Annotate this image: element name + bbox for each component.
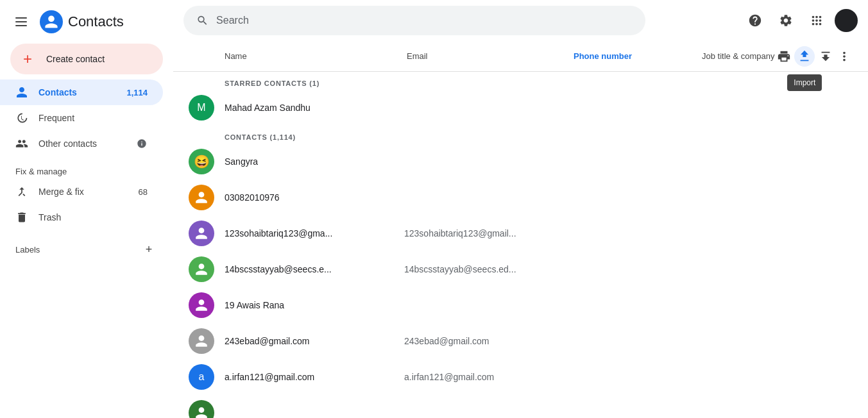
more-options-button[interactable] bbox=[837, 46, 853, 67]
sidebar: Contacts Create contact Contacts 1,114 F… bbox=[0, 0, 173, 418]
col-header-email: Email bbox=[407, 51, 574, 61]
trash-nav-label: Trash bbox=[38, 212, 148, 222]
apps-button[interactable] bbox=[804, 8, 830, 33]
table-row[interactable]: 😆 Sangyra bbox=[173, 144, 868, 180]
sidebar-header: Contacts bbox=[0, 5, 173, 41]
table-row[interactable] bbox=[173, 395, 868, 418]
contact-name: 03082010976 bbox=[225, 192, 404, 203]
search-bar[interactable] bbox=[183, 6, 645, 35]
person-icon bbox=[15, 86, 28, 99]
info-icon bbox=[136, 138, 148, 149]
search-input[interactable] bbox=[216, 15, 633, 26]
contact-email: a.irfan121@gmail.com bbox=[404, 372, 571, 382]
plus-icon bbox=[23, 51, 38, 67]
topbar bbox=[173, 0, 868, 41]
contact-email: 14bscsstayyab@seecs.ed... bbox=[404, 264, 571, 274]
sidebar-item-contacts[interactable]: Contacts 1,114 bbox=[0, 79, 163, 105]
contacts-nav-count: 1,114 bbox=[126, 88, 148, 97]
column-headers: Name Email Phone number Job title & comp… bbox=[173, 41, 868, 72]
merge-fix-nav-count: 68 bbox=[139, 187, 148, 197]
sidebar-item-merge-fix[interactable]: Merge & fix 68 bbox=[0, 179, 163, 205]
table-row[interactable]: M Mahad Azam Sandhu bbox=[173, 90, 868, 126]
contact-name: 123sohaibtariq123@gma... bbox=[225, 228, 404, 238]
contact-name: 243ebad@gmail.com bbox=[225, 336, 404, 346]
contact-email: 123sohaibtariq123@gmail... bbox=[404, 228, 571, 238]
col-header-phone: Phone number bbox=[574, 51, 702, 61]
merge-icon bbox=[15, 185, 28, 198]
avatar bbox=[189, 256, 214, 282]
frequent-nav-label: Frequent bbox=[38, 113, 148, 123]
app-logo[interactable]: Contacts bbox=[40, 10, 124, 33]
starred-section-label: STARRED CONTACTS (1) bbox=[173, 72, 868, 90]
table-row[interactable]: 14bscsstayyab@seecs.e... 14bscsstayyab@s… bbox=[173, 251, 868, 287]
search-icon bbox=[196, 14, 208, 27]
table-row[interactable]: 243ebad@gmail.com 243ebad@gmail.com bbox=[173, 323, 868, 359]
labels-section-header: Labels + bbox=[0, 230, 173, 261]
menu-icon[interactable] bbox=[10, 12, 32, 31]
contacts-section-label: CONTACTS (1,114) bbox=[173, 126, 868, 144]
table-row[interactable]: a a.irfan121@gmail.com a.irfan121@gmail.… bbox=[173, 359, 868, 395]
import-button[interactable] bbox=[794, 46, 815, 67]
avatar bbox=[189, 328, 214, 354]
app-logo-icon bbox=[40, 10, 63, 33]
avatar bbox=[189, 400, 214, 418]
app-name: Contacts bbox=[68, 13, 124, 30]
settings-button[interactable] bbox=[773, 8, 799, 33]
history-icon bbox=[15, 112, 28, 124]
col-header-job: Job title & company bbox=[702, 51, 776, 61]
col-header-name: Name bbox=[189, 51, 407, 61]
contact-name: 19 Awais Rana bbox=[225, 300, 404, 310]
table-row[interactable]: 19 Awais Rana bbox=[173, 287, 868, 323]
import-tooltip-text: Import bbox=[787, 74, 822, 91]
create-contact-button[interactable]: Create contact bbox=[10, 44, 163, 74]
print-button[interactable] bbox=[776, 46, 792, 67]
sidebar-item-frequent[interactable]: Frequent bbox=[0, 105, 163, 131]
topbar-actions bbox=[742, 8, 858, 33]
main-content: Name Email Phone number Job title & comp… bbox=[173, 0, 868, 418]
table-row[interactable]: 123sohaibtariq123@gma... 123sohaibtariq1… bbox=[173, 215, 868, 251]
contact-email: 243ebad@gmail.com bbox=[404, 336, 571, 346]
avatar: M bbox=[189, 95, 214, 121]
import-tooltip-container: Import bbox=[794, 46, 815, 67]
contact-name: 14bscsstayyab@seecs.e... bbox=[225, 264, 404, 274]
col-header-actions: Import bbox=[776, 46, 853, 67]
avatar: a bbox=[189, 364, 214, 390]
avatar bbox=[189, 185, 214, 210]
avatar bbox=[189, 292, 214, 318]
sidebar-item-trash[interactable]: Trash bbox=[0, 205, 163, 230]
contact-name: a.irfan121@gmail.com bbox=[225, 372, 404, 382]
sidebar-item-other-contacts[interactable]: Other contacts bbox=[0, 131, 163, 156]
add-label-button[interactable]: + bbox=[140, 240, 158, 258]
people-icon bbox=[15, 137, 28, 150]
create-contact-label: Create contact bbox=[46, 54, 105, 64]
avatar bbox=[189, 221, 214, 246]
contact-name: Mahad Azam Sandhu bbox=[225, 103, 404, 113]
labels-title: Labels bbox=[15, 245, 40, 255]
fix-manage-section-title: Fix & manage bbox=[0, 156, 173, 179]
other-contacts-nav-label: Other contacts bbox=[38, 138, 126, 149]
export-button[interactable] bbox=[817, 46, 833, 67]
help-button[interactable] bbox=[742, 8, 768, 33]
trash-icon bbox=[15, 211, 28, 224]
avatar: 😆 bbox=[189, 149, 214, 174]
contacts-nav-label: Contacts bbox=[38, 87, 116, 97]
merge-fix-nav-label: Merge & fix bbox=[38, 187, 128, 197]
table-row[interactable]: 03082010976 bbox=[173, 180, 868, 215]
user-avatar[interactable] bbox=[835, 9, 858, 32]
contacts-area: Name Email Phone number Job title & comp… bbox=[173, 41, 868, 418]
contact-name: Sangyra bbox=[225, 156, 404, 167]
